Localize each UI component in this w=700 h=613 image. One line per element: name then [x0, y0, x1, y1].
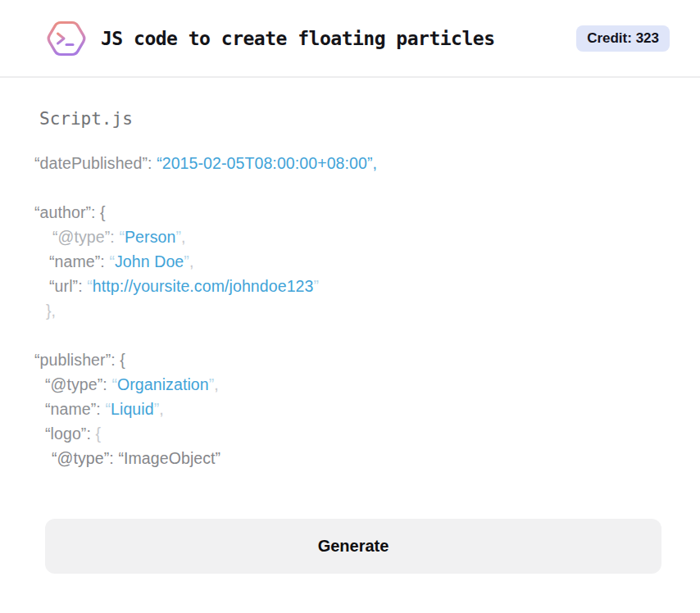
code-segment-key: “author”: {: [34, 203, 106, 221]
code-segment-value: Liquid: [111, 400, 154, 418]
code-segment-punctFaded: {: [96, 425, 102, 443]
code-segment-quoteFaded: “: [109, 252, 115, 270]
code-line: “url”: “http://yoursite.com/johndoe123”: [34, 274, 661, 298]
file-title: Script.js: [34, 109, 661, 129]
code-segment-value: Person: [125, 228, 175, 246]
page-title: JS code to create floating particles: [101, 28, 495, 49]
code-segment-key: “name”:: [49, 252, 109, 270]
code-segment-quoteFaded: “: [105, 400, 111, 418]
code-blank-line: [34, 175, 661, 200]
code-line: “publisher”: {: [34, 347, 661, 372]
code-segment-quoteFaded: “: [119, 228, 125, 246]
code-line: “logo”: {: [34, 421, 661, 446]
code-segment-punctFaded: ,: [214, 375, 219, 393]
code-segment-punctFaded: ,: [181, 228, 186, 246]
code-blank-line: [34, 323, 661, 347]
code-segment-quoteFaded: “: [87, 277, 93, 295]
credit-badge: Credit: 323: [576, 25, 670, 52]
code-line: “@type”: “Person”,: [34, 225, 661, 249]
code-segment-key: “datePublished”:: [34, 154, 157, 172]
code-segment-value: Organization: [117, 375, 209, 393]
code-segment-quoteFaded: ”: [313, 277, 319, 295]
code-segment-key: “publisher”: {: [34, 351, 125, 369]
code-segment-quoteFaded: ”: [175, 228, 181, 246]
code-line: “datePublished”: “2015-02-05T08:00:00+08…: [34, 151, 661, 175]
header: JS code to create floating particles Cre…: [0, 0, 700, 78]
generate-button[interactable]: Generate: [45, 519, 661, 574]
code-segment-value: “2015-02-05T08:00:00+08:00”,: [157, 154, 377, 172]
code-segment-plain: “@type”: “ImageObject”: [52, 449, 220, 467]
code-segment-key: “name”:: [45, 400, 105, 418]
code-line: “author”: {: [34, 200, 661, 225]
code-segment-value: http://yoursite.com/johndoe123: [93, 277, 314, 295]
code-line: “@type”: “Organization”,: [34, 372, 661, 397]
main-content: Script.js “datePublished”: “2015-02-05T0…: [0, 109, 700, 574]
code-line: “name”: “Liquid”,: [34, 397, 661, 421]
code-line: },: [34, 298, 661, 323]
code-line: “name”: “John Doe”,: [34, 249, 661, 274]
code-segment-punctFaded: ,: [159, 400, 164, 418]
code-segment-key: “@type”:: [45, 375, 111, 393]
code-segment-quoteFaded: “: [111, 375, 117, 393]
code-segment-key: “url”:: [49, 277, 87, 295]
code-segment-value: John Doe: [115, 252, 184, 270]
terminal-prompt-hexagon-icon: [45, 18, 88, 59]
code-segment-punctFaded: ,: [189, 252, 194, 270]
code-segment-quoteFaded: ”: [184, 252, 189, 270]
code-segment-keyFaded: “@type”:: [52, 228, 119, 246]
code-line: “@type”: “ImageObject”: [34, 446, 661, 470]
code-segment-key: “logo”:: [45, 425, 96, 443]
code-block: “datePublished”: “2015-02-05T08:00:00+08…: [34, 151, 661, 470]
code-segment-punctFaded: },: [46, 302, 56, 320]
